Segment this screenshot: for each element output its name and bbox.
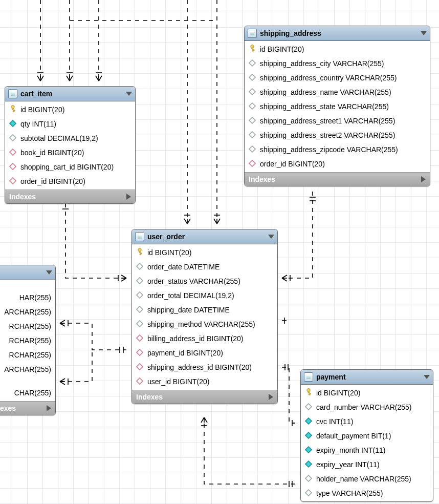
column-row[interactable]: order_id BIGINT(20) (245, 157, 430, 171)
table-header[interactable]: cart_item (5, 87, 135, 101)
column-row[interactable]: billing_address_id BIGINT(20) (132, 331, 277, 346)
table-columns: HAR(255)ARCHAR(255)RCHAR(255)RCHAR(255)R… (0, 280, 55, 401)
column-row[interactable]: shipping_address_id BIGINT(20) (132, 360, 277, 374)
column-row[interactable]: payment_id BIGINT(20) (132, 346, 277, 360)
column-row[interactable]: holder_name VARCHAR(255) (301, 472, 433, 486)
diamond-icon (9, 120, 20, 129)
svg-line-44 (60, 382, 65, 385)
column-row[interactable]: card_number VARCHAR(255) (301, 400, 433, 414)
column-text: id BIGINT(20) (260, 45, 304, 53)
triangle-icon[interactable] (268, 235, 274, 239)
column-text: default_payment BIT(1) (316, 432, 391, 440)
column-row[interactable]: RCHAR(255) (0, 348, 55, 362)
table-cart-item[interactable]: cart_itemid BIGINT(20)qty INT(11)subtota… (5, 86, 136, 204)
table-payment[interactable]: paymentid BIGINT(20)card_number VARCHAR(… (300, 369, 433, 502)
diamond-icon (9, 149, 20, 157)
svg-line-27 (121, 275, 126, 278)
indexes-label: Indexes (249, 175, 275, 183)
diamond-icon (136, 349, 147, 358)
diamond-icon (305, 460, 316, 469)
column-row[interactable]: type VARCHAR(255) (301, 486, 433, 500)
table-partial-left: HAR(255)ARCHAR(255)RCHAR(255)RCHAR(255)R… (0, 265, 56, 415)
column-row[interactable]: shopping_cart_id BIGINT(20) (5, 160, 135, 174)
column-row[interactable]: RCHAR(255) (0, 319, 55, 333)
table-title: cart_item (20, 90, 52, 98)
column-row[interactable]: shipping_method VARCHAR(255) (132, 317, 277, 331)
table-columns: id BIGINT(20)qty INT(11)subtotal DECIMAL… (5, 101, 135, 190)
column-text: holder_name VARCHAR(255) (316, 475, 411, 483)
triangle-icon[interactable] (126, 92, 132, 96)
diamond-icon (136, 363, 147, 372)
column-row[interactable]: ARCHAR(255) (0, 362, 55, 376)
column-row[interactable]: id BIGINT(20) (301, 386, 433, 400)
column-text: shipping_address_id BIGINT(20) (147, 363, 252, 371)
column-row[interactable]: expiry_year INT(11) (301, 457, 433, 472)
column-row[interactable]: id BIGINT(20) (132, 245, 277, 260)
column-text: shipping_address_zipcode VARCHAR(255) (260, 145, 398, 154)
column-row[interactable]: order_total DECIMAL(19,2) (132, 288, 277, 303)
table-user-order[interactable]: user_orderid BIGINT(20)order_date DATETI… (131, 229, 278, 404)
play-icon (269, 394, 273, 400)
diamond-icon (249, 145, 260, 154)
column-row[interactable]: id BIGINT(20) (5, 102, 135, 117)
column-text: shipping_date DATETIME (147, 306, 230, 314)
column-text: shopping_cart_id BIGINT(20) (20, 163, 114, 171)
indexes-section[interactable]: Indexes (132, 390, 277, 404)
column-text: shipping_address_country VARCHAR(255) (260, 74, 397, 82)
column-text: type VARCHAR(255) (316, 489, 383, 497)
triangle-icon[interactable] (421, 31, 427, 35)
column-row[interactable]: book_id BIGINT(20) (5, 145, 135, 160)
column-text: shipping_method VARCHAR(255) (147, 320, 255, 328)
indexes-section[interactable]: Indexes (245, 172, 430, 186)
column-text: CHAR(255) (14, 389, 51, 397)
column-row[interactable]: shipping_address_street2 VARCHAR(255) (245, 128, 430, 142)
table-header[interactable]: shipping_address (245, 26, 430, 41)
column-text: id BIGINT(20) (316, 389, 360, 397)
column-row[interactable]: default_payment BIT(1) (301, 429, 433, 443)
column-text: shipping_address_city VARCHAR(255) (260, 59, 384, 68)
column-row[interactable]: shipping_address_street1 VARCHAR(255) (245, 114, 430, 128)
table-header[interactable] (0, 265, 55, 280)
column-row[interactable]: id BIGINT(20) (245, 42, 430, 56)
column-row[interactable]: user_id BIGINT(20) (132, 374, 277, 389)
column-row[interactable]: shipping_date DATETIME (132, 303, 277, 317)
column-row[interactable]: shipping_address_zipcode VARCHAR(255) (245, 142, 430, 157)
diamond-icon (249, 88, 260, 97)
svg-line-8 (70, 76, 73, 81)
column-row[interactable]: qty INT(11) (5, 117, 135, 131)
column-text: payment_id BIGINT(20) (147, 349, 223, 357)
column-row[interactable]: HAR(255) (0, 290, 55, 305)
column-row[interactable]: ARCHAR(255) (0, 305, 55, 319)
column-row[interactable]: CHAR(255) (0, 386, 55, 400)
triangle-icon[interactable] (424, 375, 430, 379)
table-title: shipping_address (260, 29, 321, 37)
diamond-icon (305, 475, 316, 484)
column-row[interactable]: subtotal DECIMAL(19,2) (5, 131, 135, 145)
indexes-section[interactable]: Indexes (5, 190, 135, 203)
column-row[interactable]: shipping_address_state VARCHAR(255) (245, 99, 430, 114)
table-shipping-address[interactable]: shipping_addressid BIGINT(20)shipping_ad… (244, 26, 430, 186)
table-header[interactable]: payment (301, 370, 433, 385)
column-row[interactable]: shipping_address_country VARCHAR(255) (245, 71, 430, 85)
diamond-icon (136, 334, 147, 343)
svg-line-34 (282, 278, 287, 281)
column-row[interactable]: shipping_address_name VARCHAR(255) (245, 85, 430, 99)
column-row[interactable]: expiry_month INT(11) (301, 443, 433, 457)
triangle-icon[interactable] (46, 270, 52, 275)
column-row[interactable]: order_status VARCHAR(255) (132, 274, 277, 288)
diamond-icon (9, 177, 20, 186)
indexes-section[interactable]: Indexes (0, 401, 55, 415)
diamond-icon (249, 102, 260, 111)
diamond-icon (136, 320, 147, 329)
column-row[interactable]: order_date DATETIME (132, 260, 277, 274)
table-header[interactable]: user_order (132, 229, 277, 244)
svg-line-7 (67, 76, 70, 81)
column-row[interactable]: cvc INT(11) (301, 414, 433, 429)
row-gap (0, 281, 55, 290)
diamond-icon (249, 160, 260, 169)
column-text: id BIGINT(20) (20, 106, 64, 114)
column-row[interactable]: RCHAR(255) (0, 333, 55, 348)
column-row[interactable]: shipping_address_city VARCHAR(255) (245, 56, 430, 71)
column-row[interactable]: order_id BIGINT(20) (5, 174, 135, 188)
column-text: order_id BIGINT(20) (260, 160, 325, 168)
